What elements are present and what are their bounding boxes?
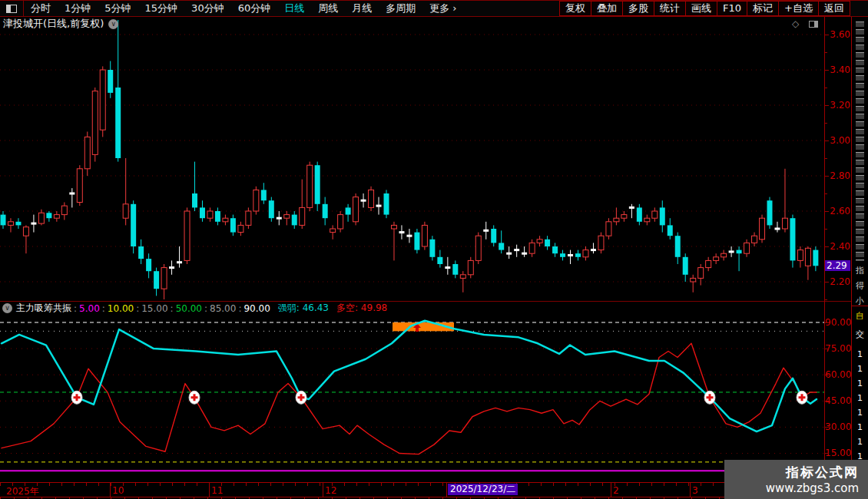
date-axis[interactable]: 2025年 2025/12/23/二 10111223 xyxy=(0,482,851,497)
toolbar-button-0[interactable]: 复权 xyxy=(559,1,591,16)
marker-circle xyxy=(189,391,200,404)
axis-minor-tick xyxy=(825,299,827,300)
period-tab-6[interactable]: 日线 xyxy=(277,2,311,15)
candle xyxy=(583,246,588,260)
toolbar-button-3[interactable]: 统计 xyxy=(654,1,686,16)
down-candle-body xyxy=(675,236,681,257)
candle xyxy=(545,236,550,250)
period-tab-10[interactable]: 更多 › xyxy=(422,2,463,15)
axis-tick xyxy=(825,401,829,402)
candle xyxy=(353,193,359,225)
marker-cross-h xyxy=(799,396,806,398)
down-candle-body xyxy=(813,250,818,266)
candle xyxy=(269,197,274,222)
candle xyxy=(652,207,658,221)
candle xyxy=(591,243,596,253)
toolbar-button-1[interactable]: 叠加 xyxy=(591,1,623,16)
up-candle-body xyxy=(468,260,473,274)
up-candle-body xyxy=(253,190,259,211)
sidebar-digit: 1 xyxy=(857,347,863,362)
candle xyxy=(752,233,757,246)
candle xyxy=(115,13,121,161)
candle xyxy=(23,225,28,253)
period-tab-7[interactable]: 周线 xyxy=(311,2,345,15)
candle xyxy=(499,230,504,253)
down-candle-body xyxy=(261,190,267,200)
signal-band xyxy=(393,322,454,331)
up-candle-body xyxy=(475,236,481,260)
candle xyxy=(391,222,396,261)
toolbar-button-2[interactable]: 多股 xyxy=(622,1,654,16)
candle xyxy=(300,180,305,229)
up-candle-body xyxy=(54,215,59,219)
down-candle-body xyxy=(15,222,21,226)
candle xyxy=(460,271,465,292)
axis-minor-tick xyxy=(825,229,827,230)
period-tab-4[interactable]: 30分钟 xyxy=(184,2,231,15)
candle xyxy=(100,66,105,137)
chevron-down-icon[interactable]: ∨ xyxy=(108,19,118,29)
up-candle-body xyxy=(706,260,711,267)
sidebar-char: 指 xyxy=(852,265,868,276)
doji-body xyxy=(399,231,404,233)
axis-tick xyxy=(825,35,829,35)
toolbar-button-7[interactable]: +自选 xyxy=(778,1,819,16)
toolbar-button-8[interactable]: 返回 xyxy=(818,1,850,16)
candle xyxy=(230,215,236,236)
candle xyxy=(744,240,750,257)
candle xyxy=(384,190,389,218)
marker-cross-h xyxy=(74,396,81,398)
candle xyxy=(123,158,128,225)
axis-tick xyxy=(825,176,829,177)
period-tab-3[interactable]: 15分钟 xyxy=(138,2,185,15)
up-candle-body xyxy=(644,218,650,222)
up-candle-body xyxy=(8,222,13,226)
candle xyxy=(323,197,328,226)
up-candle-body xyxy=(353,197,359,222)
indicator-name[interactable]: 主力吸筹共振 xyxy=(16,302,71,315)
month-label: 11 xyxy=(211,485,223,496)
down-candle-body xyxy=(131,204,136,246)
watermark-url: www.zbgs3.com xyxy=(766,481,859,495)
period-tab-9[interactable]: 多周期 xyxy=(379,2,422,15)
candle xyxy=(15,218,21,229)
sidebar-tab-white[interactable]: 交 xyxy=(852,329,868,340)
candle xyxy=(8,218,13,232)
param-separator: : xyxy=(171,303,174,314)
sidebar-vertical-text-unreadable xyxy=(856,21,864,261)
up-candle-body xyxy=(92,91,98,155)
month-label: 2 xyxy=(613,485,619,496)
period-tab-5[interactable]: 60分钟 xyxy=(231,2,278,15)
sidebar-tab-yellow[interactable]: 自 xyxy=(852,310,868,322)
sidebar-digit: 1 xyxy=(857,362,863,376)
price-tick-label: 2.20 xyxy=(825,276,851,287)
candle xyxy=(414,229,419,253)
chevron-down-icon[interactable]: ∨ xyxy=(2,303,12,313)
period-tabs: 分时1分钟5分钟15分钟30分钟60分钟日线周线月线多周期更多 › xyxy=(24,2,464,15)
window-layout-icon-box[interactable] xyxy=(0,1,24,16)
candle xyxy=(192,162,197,211)
candle xyxy=(177,246,182,268)
watermark-site-name: 指标公式网 xyxy=(786,464,859,481)
up-candle-body xyxy=(161,268,167,289)
doji-body xyxy=(483,230,489,232)
diamond-icon[interactable]: ◇ xyxy=(792,19,799,28)
candle xyxy=(92,88,98,162)
up-candle-body xyxy=(714,257,719,261)
up-candle-body xyxy=(284,215,290,219)
pane-split-icon[interactable] xyxy=(809,21,818,28)
toolbar-button-5[interactable]: F10 xyxy=(717,1,747,16)
down-candle-body xyxy=(215,211,220,222)
toolbar-button-6[interactable]: 标记 xyxy=(747,1,779,16)
toolbar-button-4[interactable]: 画线 xyxy=(685,1,717,16)
down-candle-body xyxy=(292,215,297,226)
period-tab-0[interactable]: 分时 xyxy=(24,2,58,15)
up-candle-body xyxy=(77,169,82,203)
period-tab-8[interactable]: 月线 xyxy=(345,2,379,15)
period-tab-2[interactable]: 5分钟 xyxy=(98,2,137,15)
candle xyxy=(813,246,818,271)
up-candle-body xyxy=(691,278,696,282)
down-candle-body xyxy=(323,204,328,218)
period-tab-1[interactable]: 1分钟 xyxy=(58,2,98,15)
right-sidebar[interactable]: 自 交 11111111 指得小 xyxy=(851,17,868,499)
